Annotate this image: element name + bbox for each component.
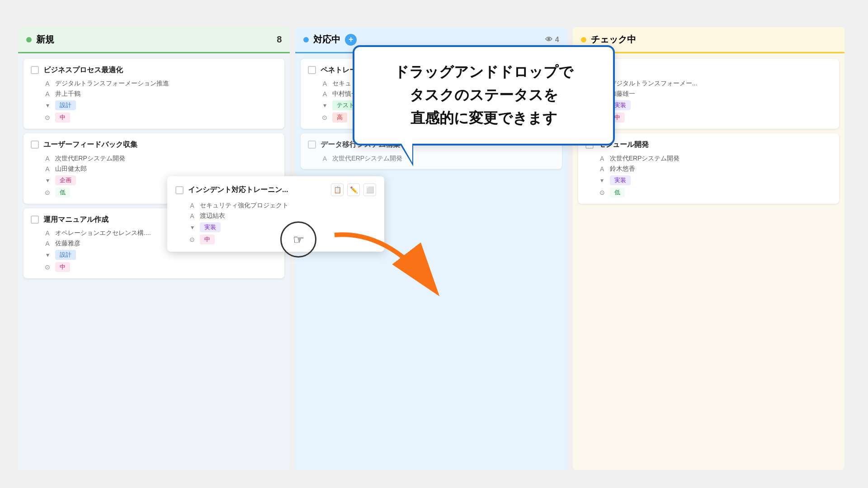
assignee-icon: A [43, 165, 52, 173]
priority-label[interactable]: 低 [610, 188, 625, 197]
task-meta: A 次世代ERPシステム開発 [308, 155, 554, 163]
status-dot-new [26, 37, 32, 42]
priority-icon: ⊙ [43, 114, 52, 121]
tooltip-text: ドラッグアンドドロップで タスクのステータスを 直感的に変更できます [371, 61, 597, 130]
project-icon: A [43, 80, 52, 87]
priority-label[interactable]: 中 [55, 262, 70, 272]
meta-assignee: A 井上千鶴 [43, 90, 277, 98]
tag-label[interactable]: 設計 [55, 250, 76, 260]
meta-project: A セキュリティ強化プロジェクト [188, 202, 376, 210]
add-task-button[interactable]: + [345, 34, 357, 46]
copy-icon[interactable]: 📋 [331, 183, 344, 196]
column-new-header: 新規 8 [18, 27, 290, 53]
floating-card-title: インシデント対応トレーニン... [188, 185, 288, 195]
priority-icon: ⊙ [43, 263, 52, 271]
project-name: オペレーションエクセレンス構.... [55, 229, 151, 237]
drag-arrow [307, 217, 452, 307]
column-new-label: 新規 [36, 33, 54, 46]
task-card-check1[interactable]: チ適用... A デジタルトランスフォーメー... A 加藤雄一 ▾ 実装 [578, 59, 839, 129]
assignee-icon: A [43, 90, 52, 98]
floating-card-title-row: インシデント対応トレーニン... [175, 185, 288, 195]
priority-label[interactable]: 中 [200, 235, 215, 244]
meta-project: A 次世代ERPシステム開発 [321, 155, 554, 163]
tooltip-line1: ドラッグアンドドロップで [371, 61, 597, 84]
card-header: ビジネスプロセス最適化 [31, 65, 277, 75]
cursor-hand-icon: ☞ [293, 232, 304, 247]
tag-label[interactable]: 実装 [610, 175, 631, 185]
tag-icon: ▾ [598, 177, 606, 184]
meta-assignee: A 加藤雄一 [598, 90, 832, 98]
meta-project: A デジタルトランスフォーメーション推進 [43, 80, 277, 88]
tag-icon: ▾ [43, 251, 52, 258]
meta-priority: ⊙ 中 [43, 262, 277, 272]
status-dot-check [581, 37, 586, 42]
meta-priority: ⊙ 中 [598, 113, 832, 122]
project-icon: A [598, 155, 606, 162]
assignee-icon: A [598, 165, 606, 173]
task-meta: A デジタルトランスフォーメーション推進 A 井上千鶴 ▾ 設計 ⊙ 中 [31, 80, 277, 122]
tag-label[interactable]: 企画 [55, 175, 76, 185]
eye-icon: 👁 [545, 36, 552, 44]
project-icon: A [321, 80, 329, 87]
task-card-business-process[interactable]: ビジネスプロセス最適化 A デジタルトランスフォーメーション推進 A 井上千鶴 … [24, 59, 284, 129]
tag-label[interactable]: 設計 [55, 100, 76, 110]
task-title: 運用マニュアル作成 [43, 215, 108, 225]
project-icon: A [43, 230, 52, 237]
tooltip-line3: 直感的に変更できます [371, 107, 597, 130]
assignee-name: 鈴木悠香 [610, 165, 635, 173]
task-title: ユーザーフィードバック収集 [43, 140, 137, 150]
meta-priority: ⊙ 中 [43, 113, 277, 122]
eye-icon-group: 👁 4 [545, 36, 559, 44]
floating-card-actions: 📋 ✏️ ⬜ [331, 183, 376, 196]
project-name: セキュリティ強化プロジェクト [200, 202, 288, 210]
duplicate-icon[interactable]: ⬜ [363, 183, 376, 196]
meta-assignee: A 山田健太郎 [43, 165, 277, 173]
assignee-icon: A [188, 212, 196, 220]
status-dot-progress [303, 37, 309, 42]
column-progress-count: 4 [555, 36, 559, 44]
project-icon: A [188, 202, 196, 209]
assignee-name: 井上千鶴 [55, 90, 80, 98]
assignee-name: 佐藤雅彦 [55, 239, 80, 248]
card-header: モジュール開発 [585, 140, 832, 150]
meta-tag: ▾ 実装 [598, 100, 832, 110]
priority-label[interactable]: 中 [55, 113, 70, 122]
project-name: 次世代ERPシステム開発 [610, 155, 680, 163]
tooltip-bubble: ドラッグアンドドロップで タスクのステータスを 直感的に変更できます [353, 45, 615, 145]
task-meta: A 次世代ERPシステム開発 A 鈴木悠香 ▾ 実装 ⊙ 低 [585, 155, 832, 197]
project-name: 次世代ERPシステム開発 [55, 155, 125, 163]
project-icon: A [43, 155, 52, 162]
project-name: デジタルトランスフォーメー... [610, 80, 698, 88]
meta-priority: ⊙ 低 [598, 188, 832, 197]
project-icon: A [321, 155, 329, 162]
task-checkbox[interactable] [308, 66, 316, 74]
priority-label[interactable]: 高 [332, 113, 347, 122]
meta-tag: ▾ 実装 [598, 175, 832, 185]
priority-label[interactable]: 低 [55, 188, 70, 197]
assignee-icon: A [43, 240, 52, 247]
tag-icon: ▾ [321, 102, 329, 109]
column-progress-label: 対応中 [313, 33, 340, 46]
priority-icon: ⊙ [188, 236, 196, 243]
project-name: デジタルトランスフォーメーション推進 [55, 80, 169, 88]
tag-label[interactable]: 実装 [200, 222, 221, 232]
tag-icon: ▾ [188, 224, 196, 231]
priority-icon: ⊙ [43, 189, 52, 196]
floating-card-header: インシデント対応トレーニン... 📋 ✏️ ⬜ [175, 183, 376, 196]
task-checkbox[interactable] [31, 216, 39, 224]
edit-icon[interactable]: ✏️ [347, 183, 360, 196]
priority-icon: ⊙ [321, 114, 329, 121]
task-checkbox[interactable] [175, 186, 184, 194]
meta-project: A 次世代ERPシステム開発 [598, 155, 832, 163]
meta-project: A デジタルトランスフォーメー... [598, 80, 832, 88]
task-card-module[interactable]: モジュール開発 A 次世代ERPシステム開発 A 鈴木悠香 ▾ 実装 [578, 133, 839, 203]
tooltip-line2: タスクのステータスを [371, 84, 597, 107]
meta-project: A 次世代ERPシステム開発 [43, 155, 277, 163]
assignee-name: 山田健太郎 [55, 165, 87, 173]
task-checkbox[interactable] [31, 66, 39, 74]
column-new-body: ビジネスプロセス最適化 A デジタルトランスフォーメーション推進 A 井上千鶴 … [18, 53, 290, 470]
tag-icon: ▾ [43, 177, 52, 184]
tag-icon: ▾ [43, 102, 52, 109]
task-checkbox[interactable] [308, 141, 316, 149]
task-checkbox[interactable] [31, 141, 39, 149]
